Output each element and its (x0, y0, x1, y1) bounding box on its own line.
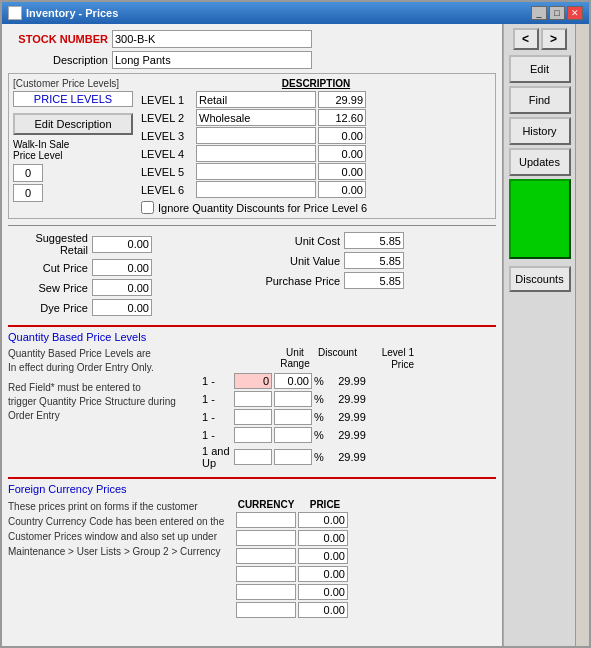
unit-cost-input[interactable] (344, 232, 404, 249)
level-price-input-4[interactable] (318, 145, 366, 162)
unit-cost-label: Unit Cost (260, 235, 340, 247)
level-label-2: LEVEL 2 (141, 112, 196, 124)
foreign-row-6 (236, 602, 496, 618)
foreign-currency-input-2[interactable] (236, 530, 296, 546)
description-input[interactable] (112, 51, 312, 69)
purchase-price-input[interactable] (344, 272, 404, 289)
level-row-2: LEVEL 2 (141, 109, 491, 126)
level-price-input-6[interactable] (318, 181, 366, 198)
ignore-qty-checkbox[interactable] (141, 201, 154, 214)
discounts-button[interactable]: Discounts (509, 266, 571, 292)
maximize-button[interactable]: □ (549, 6, 565, 20)
walk-in-label: Walk-In Sale (13, 139, 133, 150)
foreign-price-input-6[interactable] (298, 602, 348, 618)
edit-button[interactable]: Edit (509, 55, 571, 83)
qty-range-input-5[interactable] (234, 449, 272, 465)
qty-discount-input-5[interactable] (274, 449, 312, 465)
level-desc-input-2[interactable] (196, 109, 316, 126)
foreign-currency-input-1[interactable] (236, 512, 296, 528)
walk-in-section: Walk-In Sale Price Level (13, 139, 133, 202)
unit-range-header: Unit Range (276, 347, 314, 371)
minimize-button[interactable]: _ (531, 6, 547, 20)
qty-discount-input-1[interactable] (274, 373, 312, 389)
qty-range-input-1[interactable] (234, 373, 272, 389)
level-desc-input-6[interactable] (196, 181, 316, 198)
find-button[interactable]: Find (509, 86, 571, 114)
qty-pct-5: % (314, 451, 324, 463)
qty-range-input-2[interactable] (234, 391, 272, 407)
foreign-price-input-5[interactable] (298, 584, 348, 600)
currency-header: CURRENCY (236, 499, 296, 510)
sew-price-input[interactable] (92, 279, 152, 296)
foreign-currency-input-4[interactable] (236, 566, 296, 582)
qty-discount-input-2[interactable] (274, 391, 312, 407)
level-desc-input-1[interactable] (196, 91, 316, 108)
suggested-retail-input[interactable] (92, 236, 152, 253)
dye-price-label: Dye Price (8, 302, 88, 314)
qty-row-1: 1 - % 29.99 (202, 373, 496, 389)
level-row-5: LEVEL 5 (141, 163, 491, 180)
sew-price-row: Sew Price (8, 279, 244, 296)
unit-cost-row: Unit Cost (260, 232, 496, 249)
foreign-row-3 (236, 548, 496, 564)
level-price-input-1[interactable] (318, 91, 366, 108)
next-button[interactable]: > (541, 28, 567, 50)
history-button[interactable]: History (509, 117, 571, 145)
foreign-row-2 (236, 530, 496, 546)
level-desc-input-5[interactable] (196, 163, 316, 180)
stock-number-row: STOCK NUMBER (8, 30, 496, 48)
scrollbar[interactable] (575, 24, 589, 646)
nav-buttons: < > (513, 28, 567, 50)
qty-desc4: Red Field* must be entered to (8, 381, 198, 395)
level1-price-header: Level 1Price (374, 347, 414, 371)
walk-in-val2-input[interactable] (13, 184, 43, 202)
stock-number-input[interactable] (112, 30, 312, 48)
level-desc-input-3[interactable] (196, 127, 316, 144)
foreign-row-4 (236, 566, 496, 582)
qty-row-2: 1 - % 29.99 (202, 391, 496, 407)
qty-range-input-4[interactable] (234, 427, 272, 443)
suggested-retail-label: Suggested Retail (8, 232, 88, 256)
level-price-input-3[interactable] (318, 127, 366, 144)
title-bar: Inventory - Prices _ □ ✕ (2, 2, 589, 24)
quantity-section: Quantity Based Price Levels Quantity Bas… (8, 325, 496, 471)
foreign-price-input-3[interactable] (298, 548, 348, 564)
foreign-price-input-4[interactable] (298, 566, 348, 582)
level-desc-input-4[interactable] (196, 145, 316, 162)
qty-price-3: 29.99 (326, 411, 366, 423)
foreign-title: Foreign Currency Prices (8, 483, 496, 495)
qty-pct-1: % (314, 375, 324, 387)
edit-description-button[interactable]: Edit Description (13, 113, 133, 135)
level-price-input-2[interactable] (318, 109, 366, 126)
foreign-price-input-2[interactable] (298, 530, 348, 546)
qty-range-input-3[interactable] (234, 409, 272, 425)
level-price-input-5[interactable] (318, 163, 366, 180)
qty-discount-input-3[interactable] (274, 409, 312, 425)
close-button[interactable]: ✕ (567, 6, 583, 20)
price-levels-button[interactable]: PRICE LEVELS (13, 91, 133, 107)
side-panel: < > Edit Find History Updates Discounts (503, 24, 575, 646)
dye-price-input[interactable] (92, 299, 152, 316)
qty-row-5: 1 and Up % 29.99 (202, 445, 496, 469)
foreign-currency-input-6[interactable] (236, 602, 296, 618)
ignore-qty-label: Ignore Quantity Discounts for Price Leve… (158, 202, 367, 214)
walk-in-val1-input[interactable] (13, 164, 43, 182)
foreign-currency-input-5[interactable] (236, 584, 296, 600)
updates-button[interactable]: Updates (509, 148, 571, 176)
and-up-label: and Up (202, 445, 230, 469)
green-display-box (509, 179, 571, 259)
pricing-section: Suggested Retail Cut Price Sew Price Dye… (8, 232, 496, 319)
unit-value-row: Unit Value (260, 252, 496, 269)
foreign-currency-input-3[interactable] (236, 548, 296, 564)
cut-price-input[interactable] (92, 259, 152, 276)
level-row-6: LEVEL 6 (141, 181, 491, 198)
foreign-price-input-1[interactable] (298, 512, 348, 528)
prev-button[interactable]: < (513, 28, 539, 50)
unit-value-input[interactable] (344, 252, 404, 269)
qty-desc1: Quantity Based Price Levels are (8, 347, 198, 361)
quantity-grid: Quantity Based Price Levels are In effec… (8, 347, 496, 471)
qty-price-5: 29.99 (326, 451, 366, 463)
level-label-5: LEVEL 5 (141, 166, 196, 178)
qty-discount-input-4[interactable] (274, 427, 312, 443)
qty-price-1: 29.99 (326, 375, 366, 387)
